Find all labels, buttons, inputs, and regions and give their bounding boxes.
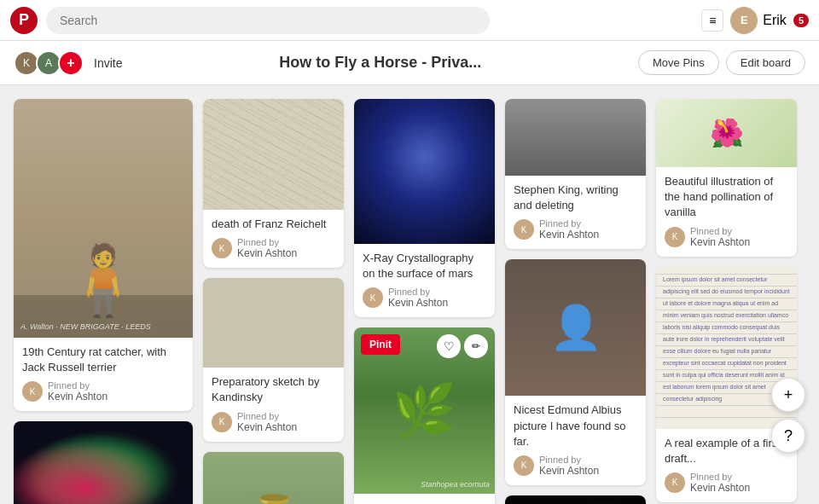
pinner-name-old-photo: Kevin Ashton — [48, 391, 107, 403]
pin-desc-portrait: Nicest Edmund Albius picture I have foun… — [514, 403, 637, 449]
pin-image-diatoms — [505, 495, 646, 504]
pinner-avatar-crystallography: K — [363, 287, 383, 308]
pin-card-illustration[interactable]: 🌺 Beautiful illustration of the hand pol… — [656, 99, 797, 257]
pinner-label: Pinned by — [48, 380, 107, 391]
pin-desc-draft: A real example of a first draft... — [665, 436, 788, 466]
pin-card-flea[interactable] — [14, 421, 193, 504]
pin-card-diatoms[interactable] — [505, 495, 646, 504]
pins-grid: A. Walton · NEW BRIGGATE · LEEDS 19th Ce… — [0, 85, 819, 504]
pinterest-logo[interactable]: P — [10, 7, 38, 34]
pin-card-franz[interactable]: death of Franz Reichelt K Pinned by Kevi… — [203, 99, 344, 268]
pin-column-3: X-Ray Crystallography on the surface of … — [354, 99, 495, 504]
pinner-label-stephen: Pinned by — [539, 218, 599, 229]
pin-image-kandinsky — [203, 278, 344, 368]
pin-edit-button[interactable]: ✏ — [464, 334, 488, 358]
pinner-label-kandinsky: Pinned by — [237, 411, 297, 421]
pinner-avatar-stephen: K — [514, 219, 534, 240]
pin-column-1: A. Walton · NEW BRIGGATE · LEEDS 19th Ce… — [14, 99, 193, 504]
pinner-info-kandinsky: Pinned by Kevin Ashton — [237, 411, 297, 433]
pin-card-botanical[interactable]: 🌿 Stanhopea ecornuta Pinit ♡ ✏ Botanical… — [354, 327, 495, 504]
pinner-name-portrait: Kevin Ashton — [539, 465, 599, 477]
pinner-avatar-old-photo: K — [22, 381, 43, 402]
pin-image-illustration: 🌺 — [656, 99, 797, 167]
pinner-label-draft: Pinned by — [690, 472, 750, 482]
board-title: How to Fly a Horse - Priva... — [279, 54, 481, 72]
board-collaborators: K A + Invite — [14, 50, 122, 76]
user-area[interactable]: E Erik — [730, 7, 787, 34]
pin-desc-old-photo: 19th Century rat catcher, with Jack Russ… — [22, 345, 184, 375]
add-float-button[interactable]: + — [771, 378, 805, 412]
search-input[interactable] — [46, 7, 490, 34]
pinned-by-old-photo: K Pinned by Kevin Ashton — [22, 380, 184, 403]
pinned-by-portrait: K Pinned by Kevin Ashton — [514, 455, 637, 477]
pin-desc-franz: death of Franz Reichelt — [212, 217, 335, 232]
pin-card-portrait[interactable]: 👤 Nicest Edmund Albius picture I have fo… — [505, 259, 646, 485]
pinner-info-draft: Pinned by Kevin Ashton — [690, 472, 750, 494]
move-pins-button[interactable]: Move Pins — [638, 50, 719, 75]
header: P ≡ E Erik 5 — [0, 0, 819, 41]
hamburger-button[interactable]: ≡ — [701, 9, 723, 32]
pin-info-botanical: Botanical drawings are cool. This one is… — [354, 494, 495, 504]
pinner-label-franz: Pinned by — [237, 237, 297, 247]
pin-image-portrait: 👤 — [505, 259, 646, 396]
pinner-avatar-franz: K — [212, 238, 232, 258]
help-float-button[interactable]: ? — [771, 419, 805, 453]
pinned-by-draft: K Pinned by Kevin Ashton — [665, 472, 788, 494]
pinner-name-draft: Kevin Ashton — [690, 482, 750, 494]
pin-image-franz — [203, 99, 344, 210]
pin-desc-botanical: Botanical drawings are cool. This one is… — [363, 501, 486, 504]
pinner-info-stephen: Pinned by Kevin Ashton — [539, 218, 599, 240]
pinner-info-portrait: Pinned by Kevin Ashton — [539, 455, 599, 477]
pin-image-crystallography — [354, 99, 495, 244]
pinner-name-illustration: Kevin Ashton — [690, 236, 750, 248]
hamburger-icon: ≡ — [709, 14, 716, 27]
pinner-avatar-illustration: K — [665, 227, 685, 247]
pinned-by-illustration: K Pinned by Kevin Ashton — [665, 226, 788, 248]
pin-desc-crystallography: X-Ray Crystallography on the surface of … — [363, 251, 486, 281]
pinner-avatar-draft: K — [665, 472, 685, 493]
user-avatar: E — [730, 7, 758, 34]
pin-info-portrait: Nicest Edmund Albius picture I have foun… — [505, 396, 646, 485]
invite-button[interactable]: Invite — [94, 56, 122, 70]
pin-card-stephen[interactable]: Stephen King, writing and deleting K Pin… — [505, 99, 646, 249]
pin-card-old-photo[interactable]: A. Walton · NEW BRIGGATE · LEEDS 19th Ce… — [14, 99, 193, 411]
board-actions: Move Pins Edit board — [638, 50, 805, 75]
pin-desc-illustration: Beautiful illustration of the hand polli… — [665, 174, 788, 221]
notification-badge[interactable]: 5 — [793, 14, 809, 27]
pinterest-p-icon: P — [19, 11, 29, 29]
pinner-label-crystallography: Pinned by — [388, 287, 448, 297]
pin-image-bacteria: 🫙 — [203, 452, 344, 504]
pin-desc-kandinsky: Preparatory sketch by Kandinsky — [212, 374, 335, 405]
pinner-name-kandinsky: Kevin Ashton — [237, 421, 297, 433]
pin-info-stephen: Stephen King, writing and deleting K Pin… — [505, 176, 646, 249]
pinner-avatar-kandinsky: K — [212, 412, 232, 432]
pin-column-4: Stephen King, writing and deleting K Pin… — [505, 99, 646, 504]
pinner-name-crystallography: Kevin Ashton — [388, 297, 448, 309]
add-collaborator-button[interactable]: + — [58, 50, 84, 76]
pinner-name-stephen: Kevin Ashton — [539, 229, 599, 240]
pin-info-old-photo: 19th Century rat catcher, with Jack Russ… — [14, 338, 193, 411]
pinner-avatar-portrait: K — [514, 455, 534, 476]
pin-desc-stephen: Stephen King, writing and deleting — [514, 182, 637, 213]
pin-card-kandinsky[interactable]: Preparatory sketch by Kandinsky K Pinned… — [203, 278, 344, 441]
pinned-by-crystallography: K Pinned by Kevin Ashton — [363, 287, 486, 309]
pin-info-crystallography: X-Ray Crystallography on the surface of … — [354, 244, 495, 317]
pinit-button[interactable]: Pinit — [361, 334, 400, 355]
header-right: ≡ E Erik 5 — [701, 7, 809, 34]
pin-card-bacteria[interactable]: 🫙 Lesson before we start cooking...bacte… — [203, 452, 344, 504]
pinner-name-franz: Kevin Ashton — [237, 247, 297, 259]
pin-card-crystallography[interactable]: X-Ray Crystallography on the surface of … — [354, 99, 495, 317]
pinned-by-kandinsky: K Pinned by Kevin Ashton — [212, 411, 335, 433]
pin-image-botanical: 🌿 Stanhopea ecornuta Pinit ♡ ✏ — [354, 327, 495, 494]
pin-info-kandinsky: Preparatory sketch by Kandinsky K Pinned… — [203, 368, 344, 441]
pin-action-icons: ♡ ✏ — [437, 334, 488, 358]
pin-image-stephen — [505, 99, 646, 176]
pin-image-old-photo: A. Walton · NEW BRIGGATE · LEEDS — [14, 99, 193, 338]
pinner-info-illustration: Pinned by Kevin Ashton — [690, 226, 750, 248]
float-buttons: + ? — [771, 378, 805, 453]
pinned-by-stephen: K Pinned by Kevin Ashton — [514, 218, 637, 240]
pin-heart-button[interactable]: ♡ — [437, 334, 461, 358]
user-name: Erik — [763, 13, 787, 28]
edit-board-button[interactable]: Edit board — [726, 50, 805, 75]
pinner-label-illustration: Pinned by — [690, 226, 750, 236]
